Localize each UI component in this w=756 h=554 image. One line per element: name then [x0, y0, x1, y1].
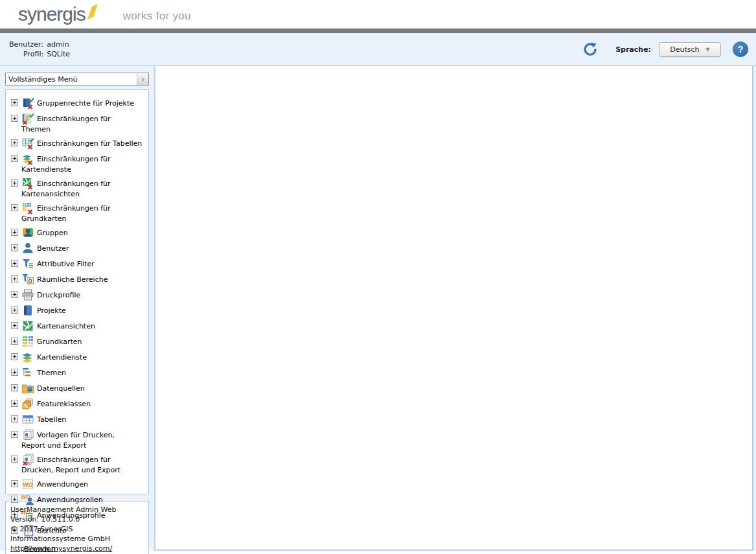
select-chevron-icon: ∨	[137, 73, 148, 85]
expand-plus-icon[interactable]: +	[11, 229, 18, 236]
expand-plus-icon[interactable]: +	[11, 260, 18, 267]
synergis-link[interactable]: http://www.mysynergis.com/	[10, 544, 112, 553]
menu-item-label: Druckprofile	[37, 291, 80, 299]
sidebar: Vollständiges Menü ∨ +Gruppenrechte für …	[0, 66, 154, 551]
menu-item-label: Anwendungen	[37, 480, 88, 489]
menu-item-kartenansichten[interactable]: +Kartenansichten	[6, 319, 148, 335]
menu-item-druckprofile[interactable]: +Druckprofile	[6, 288, 148, 304]
menu-item-einschraenkungen-drucken[interactable]: +Einschränkungen für Drucken, Report und…	[6, 453, 148, 478]
menu-item-benutzer[interactable]: +Benutzer	[6, 242, 148, 257]
menu-item-label: Benutzer	[37, 244, 69, 253]
menu-item-label: Einschränkungen für Kartenansichten	[21, 179, 111, 198]
expand-plus-icon[interactable]: +	[11, 99, 18, 106]
expand-plus-icon[interactable]: +	[11, 322, 18, 329]
menu-item-gruppenrechte-projekte[interactable]: +Gruppenrechte für Projekte	[6, 97, 148, 112]
kartendienste-icon	[21, 351, 34, 364]
datenquellen-icon	[21, 382, 34, 395]
menu-item-vorlagen-drucken[interactable]: +Vorlagen für Drucken, Report und Export	[6, 428, 148, 453]
expand-plus-icon[interactable]: +	[11, 291, 18, 298]
menu-item-kartendienste[interactable]: +Kartendienste	[6, 351, 148, 366]
expand-plus-icon[interactable]: +	[11, 338, 18, 345]
tabellen-icon	[21, 413, 34, 426]
menu-item-einschraenkungen-kartenansichten[interactable]: +Einschränkungen für Kartenansichten	[6, 177, 148, 202]
menu-item-label: Einschränkungen für Kartendienste	[21, 155, 111, 174]
menu-item-projekte[interactable]: +Projekte	[6, 304, 148, 319]
expand-plus-icon[interactable]: +	[11, 179, 18, 187]
user-value: admin	[47, 40, 70, 49]
expand-plus-icon[interactable]: +	[11, 155, 18, 162]
attributive-filter-icon	[21, 257, 34, 270]
header-divider-bar	[0, 29, 756, 33]
language-label: Sprache:	[615, 45, 651, 54]
app-copyright: © 2017 SynerGIS Informationssysteme GmbH	[10, 524, 144, 544]
menu-item-label: Attributive Filter	[37, 260, 95, 268]
menu-item-label: Einschränkungen für Drucken, Report und …	[21, 456, 120, 474]
logo-leaf-icon	[87, 3, 98, 20]
expand-plus-icon[interactable]: +	[11, 115, 18, 122]
menu-item-gruppen[interactable]: +Gruppen	[6, 226, 148, 242]
raeumliche-bereiche-icon	[21, 273, 34, 286]
help-button[interactable]: ?	[733, 41, 748, 57]
app-version: Version: 10.511.0.0	[10, 514, 144, 524]
menu-item-label: Datenquellen	[37, 384, 85, 393]
menu-item-einschraenkungen-tabellen[interactable]: +Einschränkungen für Tabellen	[6, 137, 148, 152]
expand-plus-icon[interactable]: +	[11, 244, 18, 251]
menu-item-label: Featureklassen	[37, 400, 91, 408]
content-panel	[154, 66, 753, 551]
menu-item-anwendungen[interactable]: +WOAnwendungen	[6, 478, 148, 493]
vorlagen-drucken-icon	[21, 428, 34, 441]
menu-item-attributive-filter[interactable]: +Attributive Filter	[6, 257, 148, 273]
language-dropdown[interactable]: Deutsch ▼	[659, 42, 721, 57]
menu-item-einschraenkungen-grundkarten[interactable]: +Einschränkungen für Grundkarten	[6, 202, 148, 226]
app-name: UserManagement Admin Web	[10, 505, 144, 514]
projekte-icon	[21, 304, 34, 317]
menu-item-label: Einschränkungen für Tabellen	[37, 139, 142, 148]
menu-mode-select[interactable]: Vollständiges Menü ∨	[5, 73, 149, 86]
version-info-box: UserManagement Admin Web Version: 10.511…	[5, 501, 149, 554]
menu-item-einschraenkungen-kartendienste[interactable]: +Einschränkungen für Kartendienste	[6, 152, 148, 177]
menu-item-label: Gruppenrechte für Projekte	[37, 99, 134, 108]
anwendungen-icon: WO	[21, 478, 34, 491]
svg-text:WO: WO	[23, 481, 33, 488]
menu-item-raeumliche-bereiche[interactable]: +Räumliche Bereiche	[6, 273, 148, 288]
expand-plus-icon[interactable]: +	[11, 431, 18, 438]
menu-item-datenquellen[interactable]: +Datenquellen	[6, 382, 148, 397]
expand-plus-icon[interactable]: +	[11, 353, 18, 360]
menu-item-label: Einschränkungen für Themen	[21, 115, 111, 133]
einschraenkungen-kartenansichten-icon	[21, 177, 34, 190]
druckprofile-icon	[21, 288, 34, 301]
expand-plus-icon[interactable]: +	[11, 496, 18, 503]
app-header: synergis works for you	[0, 0, 756, 29]
main-area: Vollständiges Menü ∨ +Gruppenrechte für …	[0, 66, 756, 551]
expand-plus-icon[interactable]: +	[11, 275, 18, 283]
einschraenkungen-drucken-icon	[21, 453, 34, 466]
expand-plus-icon[interactable]: +	[11, 306, 18, 314]
menu-item-grundkarten[interactable]: +Grundkarten	[6, 335, 148, 351]
expand-plus-icon[interactable]: +	[11, 480, 18, 487]
menu-item-label: Grundkarten	[37, 338, 82, 346]
user-label: Benutzer:	[9, 40, 43, 49]
logo-tagline: works for you	[123, 10, 191, 23]
menu-item-featureklassen[interactable]: +Featureklassen	[6, 397, 148, 413]
profile-value: SQLite	[47, 50, 70, 58]
expand-plus-icon[interactable]: +	[11, 384, 18, 391]
expand-plus-icon[interactable]: +	[11, 204, 18, 211]
featureklassen-icon	[21, 397, 34, 410]
menu-item-themen[interactable]: +Themen	[6, 366, 148, 382]
expand-plus-icon[interactable]: +	[11, 139, 18, 146]
refresh-button[interactable]	[582, 41, 599, 58]
menu-item-tabellen[interactable]: +Tabellen	[6, 413, 148, 428]
expand-plus-icon[interactable]: +	[11, 369, 18, 376]
menu-item-einschraenkungen-themen[interactable]: +Einschränkungen für Themen	[6, 112, 148, 137]
menu-item-label: Themen	[37, 369, 66, 377]
benutzer-icon	[21, 242, 34, 255]
kartenansichten-icon	[21, 319, 34, 332]
grundkarten-icon	[21, 335, 34, 348]
expand-plus-icon[interactable]: +	[11, 456, 18, 463]
menu-tree: +Gruppenrechte für Projekte+Einschränkun…	[6, 97, 148, 540]
expand-plus-icon[interactable]: +	[11, 415, 18, 422]
synergis-logo: synergis	[18, 5, 86, 24]
menu-item-label: Einschränkungen für Grundkarten	[21, 204, 111, 223]
language-value: Deutsch	[670, 45, 699, 54]
expand-plus-icon[interactable]: +	[11, 400, 18, 407]
